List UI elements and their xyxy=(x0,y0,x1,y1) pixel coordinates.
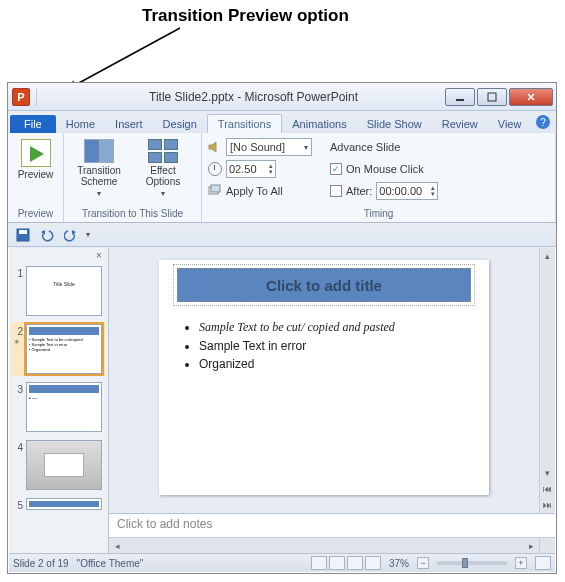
powerpoint-icon: P xyxy=(12,88,30,106)
chevron-down-icon: ▾ xyxy=(97,189,101,198)
transition-scheme-button[interactable]: Transition Scheme ▾ xyxy=(70,137,128,200)
sorter-view-button[interactable] xyxy=(329,556,345,570)
svg-line-0 xyxy=(66,28,180,90)
scroll-down-icon[interactable]: ▾ xyxy=(540,465,555,481)
ribbon-body: Preview Preview Transition Scheme ▾ Effe… xyxy=(8,133,556,223)
save-button[interactable] xyxy=(14,226,32,244)
slide-editor-stage[interactable]: Click to add title Sample Text to be cut… xyxy=(109,248,539,513)
bullet-item: Sample Text to be cut/ copied and pasted xyxy=(199,320,469,335)
after-checkbox[interactable] xyxy=(330,185,342,197)
transition-scheme-label: Transition Scheme xyxy=(77,165,121,187)
preview-label: Preview xyxy=(18,169,54,180)
horizontal-scrollbar[interactable]: ◂ ▸ xyxy=(109,537,539,553)
effect-options-label: Effect Options xyxy=(146,165,180,187)
scroll-up-icon[interactable]: ▴ xyxy=(540,248,555,264)
slideshow-view-button[interactable] xyxy=(365,556,381,570)
chevron-down-icon: ▾ xyxy=(161,189,165,198)
close-pane-icon[interactable]: × xyxy=(92,250,106,264)
zoom-in-button[interactable]: + xyxy=(515,557,527,569)
annotation-label: Transition Preview option xyxy=(142,6,349,26)
notes-pane[interactable]: Click to add notes xyxy=(109,513,555,537)
slide-thumbnail-4[interactable]: 4 xyxy=(13,440,104,490)
slide-thumbnail-1[interactable]: 1 Title Slide xyxy=(13,266,104,316)
sound-dropdown[interactable]: [No Sound]▾ xyxy=(226,138,312,156)
scroll-left-icon[interactable]: ◂ xyxy=(109,538,125,553)
svg-rect-10 xyxy=(19,230,27,234)
apply-to-all-button[interactable]: Apply To All xyxy=(208,181,312,201)
slide-thumbnail-2[interactable]: 2✶ • Sample Text to be cut/copied• Sampl… xyxy=(11,322,106,376)
tab-review[interactable]: Review xyxy=(432,115,488,133)
quick-access-toolbar: ▾ xyxy=(8,223,556,247)
group-preview-label: Preview xyxy=(14,206,57,222)
bullet-item: Organized xyxy=(199,357,469,371)
advance-slide-label: Advance Slide xyxy=(330,141,400,153)
slide-thumbnails-pane: × 1 Title Slide 2✶ • Sample Text to be c… xyxy=(9,248,109,553)
preview-button[interactable]: Preview xyxy=(14,137,57,182)
scroll-right-icon[interactable]: ▸ xyxy=(523,538,539,553)
maximize-button[interactable] xyxy=(477,88,507,106)
qat-more-icon[interactable]: ▾ xyxy=(86,230,90,239)
reading-view-button[interactable] xyxy=(347,556,363,570)
redo-button[interactable] xyxy=(62,226,80,244)
clock-icon xyxy=(208,162,222,176)
ribbon-tabs: File Home Insert Design Transitions Anim… xyxy=(8,111,556,133)
on-mouse-click-checkbox[interactable]: ✓ xyxy=(330,163,342,175)
svg-rect-8 xyxy=(211,185,220,192)
help-icon[interactable]: ? xyxy=(536,115,550,129)
tab-insert[interactable]: Insert xyxy=(105,115,153,133)
status-bar: Slide 2 of 19 "Office Theme" 37% − + xyxy=(9,553,555,572)
on-mouse-click-label: On Mouse Click xyxy=(346,163,424,175)
slide-thumbnail-5[interactable]: 5 xyxy=(13,498,104,511)
work-area: × 1 Title Slide 2✶ • Sample Text to be c… xyxy=(9,248,555,553)
svg-rect-2 xyxy=(456,99,464,101)
zoom-percent: 37% xyxy=(389,558,409,569)
window-title: Title Slide2.pptx - Microsoft PowerPoint xyxy=(64,90,443,104)
tab-design[interactable]: Design xyxy=(153,115,207,133)
sound-icon xyxy=(208,140,222,154)
tab-transitions[interactable]: Transitions xyxy=(207,114,282,133)
qat-dropdown[interactable] xyxy=(36,88,64,106)
tab-home[interactable]: Home xyxy=(56,115,105,133)
group-timing-label: Timing xyxy=(208,206,549,222)
slide-canvas: Click to add title Sample Text to be cut… xyxy=(159,260,489,495)
tab-view[interactable]: View xyxy=(488,115,532,133)
svg-rect-3 xyxy=(488,93,496,101)
close-button[interactable] xyxy=(509,88,553,106)
zoom-out-button[interactable]: − xyxy=(417,557,429,569)
slide-title-placeholder[interactable]: Click to add title xyxy=(177,268,471,302)
after-spinner[interactable]: 00:00.00▴▾ xyxy=(376,182,438,200)
status-theme: "Office Theme" xyxy=(77,558,144,569)
after-label: After: xyxy=(346,185,372,197)
tab-file[interactable]: File xyxy=(10,115,56,133)
vertical-scrollbar[interactable]: ▴ ▾ ⏮ ⏭ xyxy=(539,248,555,513)
zoom-slider[interactable] xyxy=(437,561,507,565)
normal-view-button[interactable] xyxy=(311,556,327,570)
transition-scheme-icon xyxy=(84,139,114,163)
status-slide-number: Slide 2 of 19 xyxy=(13,558,69,569)
apply-all-icon xyxy=(208,184,222,198)
slide-body-content[interactable]: Sample Text to be cut/ copied and pasted… xyxy=(185,316,469,375)
slide-thumbnail-3[interactable]: 3 • — xyxy=(13,382,104,432)
group-transition-label: Transition to This Slide xyxy=(70,206,195,222)
tab-animations[interactable]: Animations xyxy=(282,115,356,133)
animation-icon: ✶ xyxy=(13,337,23,347)
powerpoint-window: P Title Slide2.pptx - Microsoft PowerPoi… xyxy=(7,82,557,574)
duration-spinner[interactable]: 02.50▴▾ xyxy=(226,160,276,178)
titlebar: P Title Slide2.pptx - Microsoft PowerPoi… xyxy=(8,83,556,111)
next-slide-icon[interactable]: ⏭ xyxy=(540,497,555,513)
minimize-button[interactable] xyxy=(445,88,475,106)
svg-marker-6 xyxy=(209,142,216,152)
prev-slide-icon[interactable]: ⏮ xyxy=(540,481,555,497)
undo-button[interactable] xyxy=(38,226,56,244)
fit-to-window-button[interactable] xyxy=(535,556,551,570)
preview-icon xyxy=(21,139,51,167)
effect-options-button[interactable]: Effect Options ▾ xyxy=(134,137,192,200)
bullet-item: Sample Text in error xyxy=(199,339,469,353)
effect-options-icon xyxy=(148,139,178,163)
tab-slideshow[interactable]: Slide Show xyxy=(357,115,432,133)
